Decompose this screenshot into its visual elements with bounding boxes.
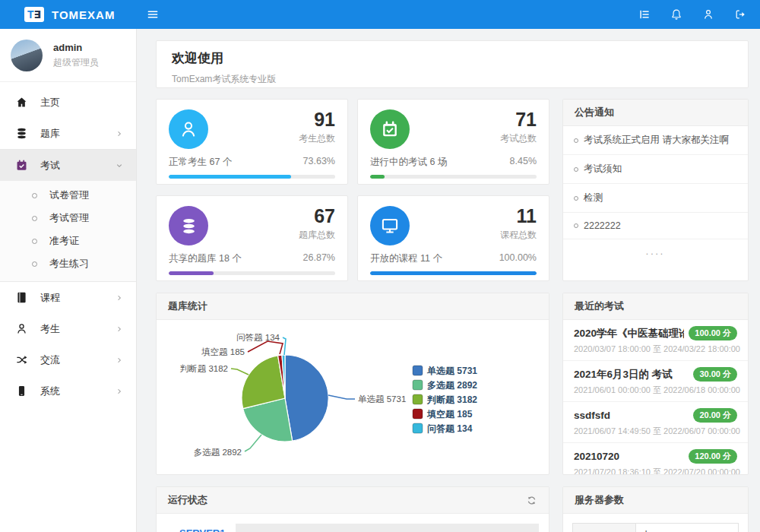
stat-value: 71 bbox=[410, 109, 537, 129]
stat-card-examinees: 91 考生总数 正常考生 67 个 73.63% bbox=[156, 99, 348, 185]
user-role: 超级管理员 bbox=[53, 56, 99, 69]
legend-item[interactable]: 判断题 3182 bbox=[413, 394, 477, 405]
menu-toggle-button[interactable] bbox=[146, 8, 160, 21]
topbar-actions bbox=[638, 8, 760, 21]
exam-list: 2020学年《中医基础理论》 100.00 分 2020/03/07 18:00… bbox=[563, 320, 748, 475]
sidebar-subitem-label: 准考证 bbox=[49, 234, 79, 248]
sidebar-group-system: 系统 bbox=[0, 375, 136, 407]
sidebar-item-communication[interactable]: 交流 bbox=[0, 344, 136, 375]
page-title: 欢迎使用 bbox=[172, 49, 733, 67]
announcement-item[interactable]: 考试须知 bbox=[563, 155, 748, 184]
recent-exams-title: 最近的考试 bbox=[575, 299, 624, 313]
announcement-item[interactable]: 2222222 bbox=[563, 213, 748, 239]
legend-item[interactable]: 单选题 5731 bbox=[413, 366, 477, 376]
brand[interactable]: T∃ TOMEXAM bbox=[0, 7, 137, 22]
stat-label: 考生总数 bbox=[208, 132, 335, 145]
sidebar-menu: 主页题库考试试卷管理考试管理准考证考生练习课程考生交流系统 bbox=[0, 82, 136, 407]
sidebar-group-communication: 交流 bbox=[0, 344, 136, 375]
user-circle-icon bbox=[169, 109, 208, 149]
calendar-icon bbox=[15, 159, 29, 172]
refresh-icon[interactable] bbox=[526, 495, 537, 506]
circle-icon bbox=[574, 167, 578, 172]
announcement-text: 检测 bbox=[584, 192, 603, 204]
topbar: T∃ TOMEXAM bbox=[0, 0, 760, 29]
sidebar-subitem-admission-ticket[interactable]: 准考证 bbox=[0, 230, 136, 252]
tomexam-logo-icon: T∃ bbox=[24, 7, 44, 22]
legend-item[interactable]: 填空题 185 bbox=[413, 409, 473, 420]
stat-percent: 26.87% bbox=[303, 252, 335, 265]
run-status-chart-area bbox=[236, 524, 539, 532]
sidebar-subitem-examinee-practice[interactable]: 考生练习 bbox=[0, 252, 136, 275]
stat-footer-text: 正常考生 67 个 bbox=[169, 156, 232, 169]
server-name-value: demo-pro.tomexam.com bbox=[635, 524, 738, 532]
bell-icon[interactable] bbox=[670, 8, 682, 21]
database-icon bbox=[169, 206, 208, 245]
announcements-title: 公告通知 bbox=[575, 106, 614, 119]
question-stats-pie-chart: 单选题 5731多选题 2892判断题 3182填空题 185问答题 134单选… bbox=[157, 320, 549, 475]
stat-card-courses: 11 课程总数 开放的课程 11 个 100.00% bbox=[357, 195, 549, 281]
pie-label: 判断题 3182 bbox=[180, 364, 228, 373]
server-tab[interactable]: SERVER1 bbox=[179, 524, 225, 532]
app-root: T∃ TOMEXAM admin 超级管理员 主页题库考试试卷管理考试管理准考证… bbox=[0, 0, 760, 532]
legend-item[interactable]: 多选题 2892 bbox=[413, 380, 477, 391]
svg-text:问答题 134: 问答题 134 bbox=[427, 423, 473, 434]
pie-slice-1[interactable] bbox=[285, 355, 328, 441]
exam-item[interactable]: 2021年6月3日的 考试 30.00 分 2021/06/01 00:00:0… bbox=[563, 361, 748, 402]
sidebar-item-course[interactable]: 课程 bbox=[0, 282, 136, 313]
sidebar-item-label: 交流 bbox=[40, 353, 115, 367]
user-icon[interactable] bbox=[702, 8, 714, 21]
pie-label: 问答题 134 bbox=[236, 333, 280, 342]
exam-item[interactable]: 2020学年《中医基础理论》 100.00 分 2020/03/07 18:00… bbox=[563, 320, 748, 361]
announcement-item[interactable]: 检测 bbox=[563, 184, 748, 213]
legend-item[interactable]: 问答题 134 bbox=[413, 423, 473, 434]
list-icon[interactable] bbox=[638, 8, 651, 21]
announcements-panel: 公告通知 考试系统正式启用 请大家都关注啊考试须知检测2222222 .... bbox=[562, 99, 749, 281]
sidebar-item-system[interactable]: 系统 bbox=[0, 375, 136, 407]
sidebar-item-home[interactable]: 主页 bbox=[0, 87, 136, 118]
exam-item[interactable]: 20210720 120.00 分 2021/07/20 18:36:10 至 … bbox=[563, 443, 748, 475]
score-badge: 100.00 分 bbox=[689, 326, 737, 340]
brand-text: TOMEXAM bbox=[52, 8, 115, 21]
circle-icon bbox=[574, 223, 578, 228]
sidebar-item-label: 课程 bbox=[40, 291, 115, 305]
exam-date-range: 2020/03/07 18:00:00 至 2024/03/22 18:00:0… bbox=[574, 344, 737, 355]
run-status-title: 运行状态 bbox=[168, 493, 207, 507]
stat-percent: 73.63% bbox=[303, 156, 335, 169]
user-block[interactable]: admin 超级管理员 bbox=[0, 29, 136, 82]
stat-card-question-banks: 67 题库总数 共享的题库 18 个 26.87% bbox=[156, 195, 348, 281]
score-badge: 20.00 分 bbox=[693, 408, 737, 423]
svg-text:填空题 185: 填空题 185 bbox=[426, 409, 473, 420]
sidebar-item-question-bank[interactable]: 题库 bbox=[0, 118, 136, 149]
user-name: admin bbox=[53, 42, 99, 53]
exam-name: 20210720 bbox=[574, 451, 619, 462]
chevron-down-icon bbox=[115, 161, 124, 170]
announcement-text: 2222222 bbox=[584, 220, 621, 231]
progress-bar bbox=[370, 175, 537, 179]
announcement-item[interactable]: 考试系统正式启用 请大家都关注啊 bbox=[563, 126, 748, 155]
logout-icon[interactable] bbox=[734, 8, 746, 21]
progress-fill bbox=[370, 271, 537, 275]
question-stats-panel: 题库统计 单选题 5731多选题 2892判断题 3182填空题 185问答题 … bbox=[156, 293, 549, 475]
announcements-more[interactable]: .... bbox=[563, 239, 748, 264]
person-icon bbox=[15, 322, 29, 335]
main-content: 欢迎使用 TomExam考试系统专业版 91 考生总数 正常考生 67 个 73… bbox=[137, 29, 760, 532]
chevron-right-icon bbox=[115, 325, 124, 334]
exam-item[interactable]: ssdfsfd 20.00 分 2021/06/07 14:49:50 至 20… bbox=[563, 402, 748, 443]
announcement-list: 考试系统正式启用 请大家都关注啊考试须知检测2222222 bbox=[563, 126, 748, 239]
chevron-right-icon bbox=[115, 387, 124, 396]
announcement-text: 考试系统正式启用 请大家都关注啊 bbox=[584, 134, 729, 147]
stat-footer-text: 共享的题库 18 个 bbox=[169, 252, 242, 265]
sidebar-item-examinee[interactable]: 考生 bbox=[0, 313, 136, 344]
sidebar-item-exam[interactable]: 考试 bbox=[0, 150, 136, 181]
run-status-panel: 运行状态 SERVER1 bbox=[156, 486, 549, 532]
pie-chart-svg: 单选题 5731多选题 2892判断题 3182填空题 185问答题 134单选… bbox=[157, 320, 549, 475]
avatar bbox=[11, 40, 43, 71]
chevron-right-icon bbox=[115, 356, 124, 365]
progress-fill bbox=[169, 175, 291, 179]
sidebar-subitem-paper-management[interactable]: 试卷管理 bbox=[0, 184, 136, 207]
recent-exams-panel: 最近的考试 2020学年《中医基础理论》 100.00 分 2020/03/07… bbox=[562, 293, 749, 475]
progress-fill bbox=[370, 175, 385, 179]
chevron-right-icon bbox=[115, 293, 124, 302]
sidebar-subitem-exam-management[interactable]: 考试管理 bbox=[0, 207, 136, 230]
database-icon bbox=[15, 127, 29, 140]
